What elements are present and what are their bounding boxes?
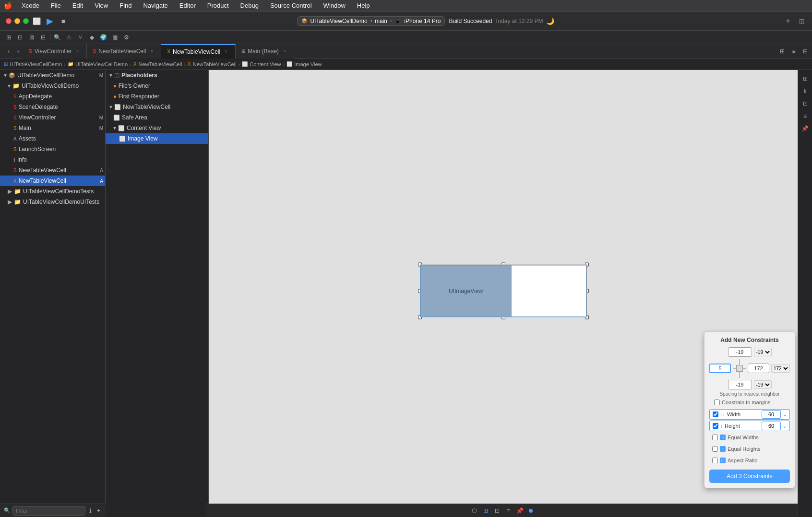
tab-forward-button[interactable]: ›: [13, 47, 23, 56]
menu-product[interactable]: Product: [205, 2, 231, 9]
tab-newtableviewcell-xib-close[interactable]: ×: [223, 48, 229, 55]
breadcrumb-5[interactable]: Content View: [250, 61, 281, 67]
diff-toggle[interactable]: ⊠: [27, 33, 36, 42]
sidebar-item-info[interactable]: ℹ Info: [0, 154, 105, 165]
sidebar-item-newtableviewcell-xib[interactable]: X NewTableViewCell A: [0, 176, 105, 186]
breadcrumb-6[interactable]: Image View: [294, 61, 322, 67]
stop-button[interactable]: ■: [59, 16, 68, 26]
ib-outline-filesowner[interactable]: ● File's Owner: [106, 81, 208, 91]
width-checkbox[interactable]: [713, 411, 718, 417]
menu-source-control[interactable]: Source Control: [268, 2, 314, 9]
aspect-ratio-checkbox[interactable]: [712, 458, 718, 463]
breakpoint-icon[interactable]: ◆: [87, 33, 96, 42]
breadcrumb-1[interactable]: UITableViewCellDemo: [10, 61, 62, 67]
tab-newtableviewcell-1[interactable]: S NewTableViewCell ×: [87, 44, 161, 59]
ib-outline-contentview[interactable]: ▾ ⬜ Content View: [106, 123, 208, 133]
breadcrumb-4[interactable]: NewTableViewCell: [193, 61, 237, 67]
equal-heights-checkbox[interactable]: [712, 446, 718, 452]
maximize-window-button[interactable]: [23, 18, 29, 24]
git-icon[interactable]: ⑂: [75, 33, 85, 42]
navigator-toggle-button[interactable]: ◫: [797, 16, 806, 26]
ib-outline-firstresponder[interactable]: ● First Responder: [106, 91, 208, 102]
tab-main-base[interactable]: ⊞ Main (Base) ×: [236, 44, 294, 59]
breadcrumb-3[interactable]: NewTableViewCell: [138, 61, 182, 67]
close-window-button[interactable]: [6, 18, 12, 24]
right-spacing-input[interactable]: [748, 364, 769, 373]
ib-right-pin-icon[interactable]: 📌: [800, 124, 810, 133]
bottom-ib-icon-1[interactable]: ⬡: [469, 506, 479, 516]
constrain-margins-checkbox[interactable]: [714, 400, 720, 405]
sidebar-item-uitests[interactable]: ▶ 📁 UITableViewCellDemoUITests: [0, 197, 105, 207]
menu-xcode[interactable]: Xcode: [20, 2, 41, 9]
menu-help[interactable]: Help: [355, 2, 372, 9]
width-value-input[interactable]: [762, 410, 781, 419]
ib-right-doc-icon[interactable]: ⊞: [800, 74, 810, 83]
sidebar-item-appdelegate[interactable]: S AppDelegate: [0, 91, 105, 102]
sidebar-item-root[interactable]: ▾ 📦 UITableViewCellDemo M: [0, 70, 105, 81]
top-spacing-input[interactable]: [728, 347, 752, 357]
left-spacing-input[interactable]: [709, 364, 731, 373]
minimize-window-button[interactable]: [14, 18, 20, 24]
filter-add-icon[interactable]: +: [96, 506, 102, 516]
tab-back-button[interactable]: ‹: [4, 47, 13, 56]
tab-options-button[interactable]: ≡: [789, 47, 799, 56]
sidebar-item-launchscreen[interactable]: S LaunchScreen: [0, 144, 105, 154]
image-view-cell[interactable]: UIImageView: [420, 265, 587, 317]
ib-right-constraint-icon[interactable]: ⊡: [800, 99, 810, 108]
apple-logo-icon[interactable]: 🍎: [4, 2, 12, 10]
scheme-selector[interactable]: 📦 UITableViewCellDemo › main › 📱 iPhone …: [297, 16, 445, 26]
bottom-ib-icon-3[interactable]: ⊡: [492, 506, 502, 516]
equal-widths-checkbox[interactable]: [712, 435, 718, 440]
bottom-spacing-input[interactable]: [728, 380, 752, 389]
sidebar-item-main[interactable]: S Main M: [0, 123, 105, 133]
tab-split-button[interactable]: ⊞: [777, 47, 787, 56]
sidebar-item-scenedelegate[interactable]: S SceneDelegate: [0, 102, 105, 112]
height-value-input[interactable]: [762, 422, 781, 430]
top-spacing-select[interactable]: -19: [754, 348, 772, 356]
bottom-spacing-select[interactable]: -19: [754, 380, 772, 389]
warning-icon[interactable]: ⚠: [64, 33, 73, 42]
menu-debug[interactable]: Debug: [239, 2, 261, 9]
run-button[interactable]: ▶: [44, 15, 56, 27]
menu-edit[interactable]: Edit: [71, 2, 85, 9]
bottom-ib-icon-2[interactable]: ⊞: [481, 506, 490, 516]
tab-newtableviewcell1-close[interactable]: ×: [148, 48, 155, 55]
ib-outline-imageview[interactable]: ⬜ Image View: [106, 133, 208, 144]
menu-view[interactable]: View: [93, 2, 110, 9]
menu-file[interactable]: File: [49, 2, 63, 9]
sidebar-item-tests[interactable]: ▶ 📁 UITableViewCellDemoTests: [0, 186, 105, 197]
filter-input[interactable]: [12, 506, 85, 516]
settings-icon[interactable]: ⚙: [121, 33, 131, 42]
right-spacing-select[interactable]: 172: [771, 364, 790, 373]
breadcrumb-toggle[interactable]: ⊡: [15, 33, 25, 42]
bottom-ib-icon-5[interactable]: 📌: [515, 506, 525, 516]
tab-viewcontroller-close[interactable]: ×: [74, 48, 81, 55]
navigator-area-toggle[interactable]: ⊞: [4, 33, 13, 42]
menu-window[interactable]: Window: [322, 2, 347, 9]
ib-outline-placeholders[interactable]: ▾ ◫ Placeholders: [106, 70, 208, 81]
tab-layout-button[interactable]: ⊟: [800, 47, 810, 56]
environment-icon[interactable]: 🌍: [98, 33, 108, 42]
ib-outline-safearea[interactable]: ⬜ Safe Area: [106, 112, 208, 123]
add-button[interactable]: +: [783, 16, 793, 26]
memory-icon[interactable]: ▦: [110, 33, 119, 42]
ib-outline-newtableviewcell[interactable]: ▾ ⬜ NewTableViewCell: [106, 102, 208, 112]
menu-navigate[interactable]: Navigate: [141, 2, 169, 9]
sidebar-item-group[interactable]: ▾ 📁 UITableViewCellDemo: [0, 81, 105, 91]
sidebar-toggle-button[interactable]: ⬜: [32, 16, 41, 26]
menu-editor[interactable]: Editor: [178, 2, 198, 9]
filter-info-icon[interactable]: ℹ: [87, 506, 94, 516]
tab-newtableviewcell-xib[interactable]: X NewTableViewCell ×: [161, 44, 236, 59]
tab-main-base-close[interactable]: ×: [281, 48, 288, 55]
breadcrumb-2[interactable]: UITableViewCellDemo: [75, 61, 128, 67]
ib-right-align-icon[interactable]: ≡: [800, 111, 810, 121]
search-icon[interactable]: 🔍: [52, 33, 62, 42]
bottom-ib-icon-4[interactable]: ≡: [504, 506, 513, 516]
sidebar-item-viewcontroller[interactable]: S ViewController M: [0, 112, 105, 123]
height-checkbox[interactable]: [713, 423, 718, 429]
ib-right-inspector-icon[interactable]: ℹ: [800, 86, 810, 96]
sidebar-item-newtableviewcell-swift[interactable]: S NewTableViewCell A: [0, 165, 105, 176]
add-constraints-button[interactable]: Add 3 Constraints: [709, 470, 790, 483]
code-coverage-toggle[interactable]: ⊟: [38, 33, 48, 42]
menu-find[interactable]: Find: [118, 2, 133, 9]
